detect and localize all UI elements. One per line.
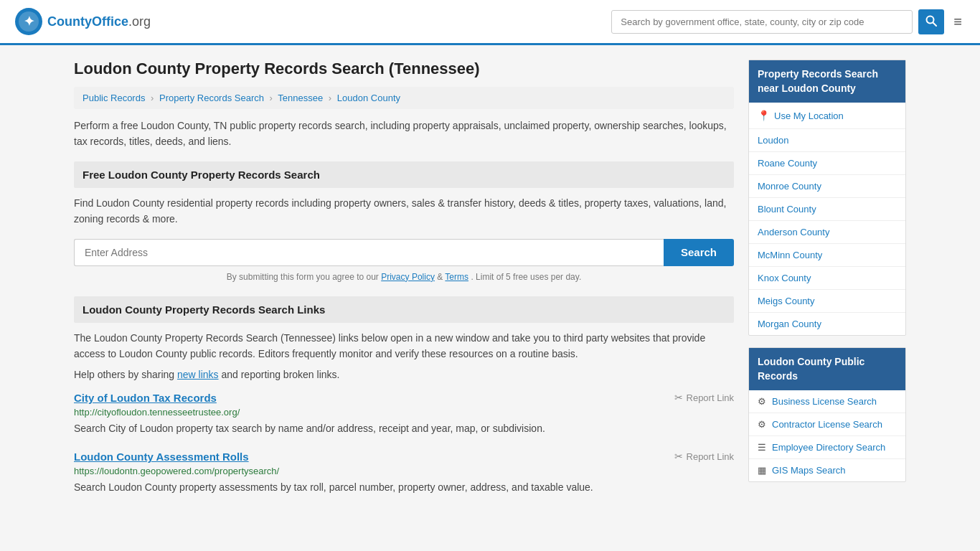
privacy-policy-link[interactable]: Privacy Policy (381, 272, 435, 282)
page-container: Loudon County Property Records Search (T… (60, 45, 920, 524)
record-link-header-1: Loudon County Assessment Rolls ✂ Report … (74, 451, 734, 463)
sidebar-item-mcminn: McMinn County (749, 244, 905, 267)
help-text: Help others by sharing new links and rep… (74, 369, 734, 380)
breadcrumb-property-records-search[interactable]: Property Records Search (159, 93, 264, 103)
address-search-form: Search (74, 239, 734, 266)
sidebar-link-meigs[interactable]: Meigs County (749, 290, 905, 312)
breadcrumb: Public Records › Property Records Search… (74, 87, 734, 109)
sidebar-public-records-section: Loudon County Public Records ⚙ Business … (748, 347, 906, 482)
sidebar-link-knox[interactable]: Knox County (749, 267, 905, 289)
logo-area: ✦ CountyOffice.org (14, 7, 151, 36)
sidebar-nearby-heading: Property Records Search near Loudon Coun… (749, 60, 905, 103)
terms-link[interactable]: Terms (445, 272, 468, 282)
record-link-item-1: Loudon County Assessment Rolls ✂ Report … (74, 451, 734, 495)
sidebar-public-item-1: ⚙ Contractor License Search (749, 413, 905, 436)
header-search-button[interactable] (918, 9, 944, 34)
links-section: Loudon County Property Records Search Li… (74, 296, 734, 496)
report-icon-1: ✂ (674, 451, 683, 462)
gis-maps-icon: ▦ (758, 465, 766, 476)
header-search-area: ≡ (611, 9, 966, 34)
pin-icon: 📍 (758, 110, 770, 121)
sidebar-item-anderson: Anderson County (749, 221, 905, 244)
new-links-link[interactable]: new links (177, 369, 219, 380)
report-link-button-0[interactable]: ✂ Report Link (674, 392, 734, 403)
sidebar-item-meigs: Meigs County (749, 290, 905, 313)
page-title: Loudon County Property Records Search (T… (74, 60, 734, 78)
sidebar-nearby-section: Property Records Search near Loudon Coun… (748, 60, 906, 336)
free-search-description: Find Loudon County residential property … (74, 195, 734, 227)
sidebar-public-item-0: ⚙ Business License Search (749, 390, 905, 413)
sidebar: Property Records Search near Loudon Coun… (748, 60, 906, 509)
sidebar-link-anderson[interactable]: Anderson County (749, 221, 905, 243)
record-link-item: City of Loudon Tax Records ✂ Report Link… (74, 392, 734, 436)
links-section-heading: Loudon County Property Records Search Li… (74, 296, 734, 323)
svg-line-4 (933, 22, 937, 26)
address-search-button[interactable]: Search (664, 239, 734, 266)
sidebar-public-item-3: ▦ GIS Maps Search (749, 459, 905, 481)
sidebar-nearby-list: Loudon Roane County Monroe County Blount… (749, 129, 905, 335)
sidebar-link-gis-maps[interactable]: GIS Maps Search (772, 465, 846, 476)
breadcrumb-loudon-county[interactable]: Loudon County (337, 93, 400, 103)
sidebar-link-morgan[interactable]: Morgan County (749, 313, 905, 335)
hamburger-menu-button[interactable]: ≡ (950, 10, 966, 34)
links-description: The Loudon County Property Records Searc… (74, 330, 734, 362)
report-icon-0: ✂ (674, 392, 683, 403)
sidebar-item-roane: Roane County (749, 152, 905, 175)
page-description: Perform a free Loudon County, TN public … (74, 118, 734, 150)
sidebar-link-contractor-license[interactable]: Contractor License Search (772, 419, 882, 430)
business-license-icon: ⚙ (758, 396, 766, 407)
sidebar-item-loudon: Loudon (749, 129, 905, 152)
record-link-title-1[interactable]: Loudon County Assessment Rolls (74, 451, 249, 463)
sidebar-public-item-2: ☰ Employee Directory Search (749, 436, 905, 459)
free-search-section: Free Loudon County Property Records Sear… (74, 161, 734, 282)
site-logo-icon: ✦ (14, 7, 43, 36)
contractor-license-icon: ⚙ (758, 419, 766, 430)
free-search-heading: Free Loudon County Property Records Sear… (74, 161, 734, 188)
search-icon (925, 15, 937, 27)
sidebar-item-morgan: Morgan County (749, 313, 905, 335)
sidebar-link-blount[interactable]: Blount County (749, 198, 905, 220)
sidebar-link-mcminn[interactable]: McMinn County (749, 244, 905, 266)
sidebar-item-monroe: Monroe County (749, 175, 905, 198)
sidebar-link-monroe[interactable]: Monroe County (749, 175, 905, 197)
sidebar-link-employee-directory[interactable]: Employee Directory Search (772, 442, 885, 453)
record-desc-0: Search City of Loudon property tax searc… (74, 421, 734, 436)
sidebar-use-location: 📍 Use My Location (749, 103, 905, 129)
sidebar-link-business-license[interactable]: Business License Search (772, 396, 877, 407)
logo-text: CountyOffice.org (47, 14, 151, 29)
employee-directory-icon: ☰ (758, 442, 766, 453)
main-content: Loudon County Property Records Search (T… (74, 60, 734, 509)
svg-text:✦: ✦ (24, 14, 34, 29)
page-header: ✦ CountyOffice.org ≡ (0, 0, 980, 45)
breadcrumb-tennessee[interactable]: Tennessee (278, 93, 323, 103)
record-desc-1: Search Loudon County property assessment… (74, 480, 734, 495)
sidebar-item-knox: Knox County (749, 267, 905, 290)
record-url-1[interactable]: https://loudontn.geopowered.com/property… (74, 466, 734, 476)
form-disclaimer: By submitting this form you agree to our… (74, 272, 734, 282)
record-link-header-0: City of Loudon Tax Records ✂ Report Link (74, 392, 734, 404)
sidebar-public-records-heading: Loudon County Public Records (749, 348, 905, 390)
use-location-link[interactable]: Use My Location (774, 110, 844, 121)
report-link-button-1[interactable]: ✂ Report Link (674, 451, 734, 462)
sidebar-link-roane[interactable]: Roane County (749, 152, 905, 174)
breadcrumb-public-records[interactable]: Public Records (83, 93, 145, 103)
sidebar-item-blount: Blount County (749, 198, 905, 221)
sidebar-link-loudon[interactable]: Loudon (749, 129, 905, 151)
record-url-0[interactable]: http://cityofloudon.tennesseetrustee.org… (74, 407, 734, 418)
header-search-input[interactable] (611, 10, 913, 34)
address-search-input[interactable] (74, 239, 664, 266)
record-link-title-0[interactable]: City of Loudon Tax Records (74, 392, 217, 404)
